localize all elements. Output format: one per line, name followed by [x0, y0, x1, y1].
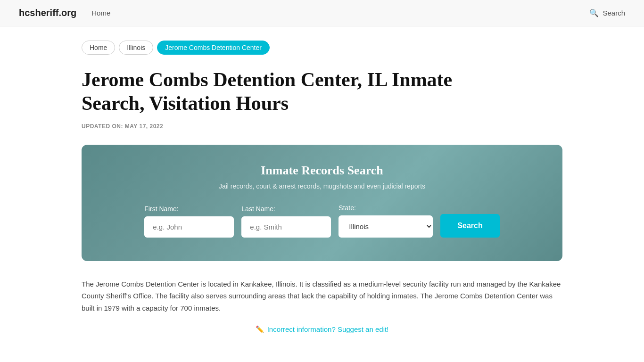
page-title: Jerome Combs Detention Center, IL Inmate…: [82, 68, 506, 115]
nav-bar: hcsheriff.org Home 🔍 Search: [0, 0, 644, 26]
pencil-icon: ✏️: [256, 325, 264, 333]
suggest-link-container: ✏️Incorrect information? Suggest an edit…: [82, 325, 562, 334]
first-name-label: First Name:: [144, 205, 234, 213]
last-name-input[interactable]: [241, 216, 331, 238]
state-group: State: Illinois Indiana Iowa: [339, 204, 433, 238]
search-widget-title: Inmate Records Search: [110, 164, 534, 178]
main-content: Home Illinois Jerome Combs Detention Cen…: [63, 26, 581, 348]
breadcrumb: Home Illinois Jerome Combs Detention Cen…: [82, 41, 562, 55]
nav-home-link[interactable]: Home: [91, 9, 110, 17]
breadcrumb-current[interactable]: Jerome Combs Detention Center: [157, 41, 270, 55]
last-name-label: Last Name:: [241, 205, 331, 213]
suggest-edit-link[interactable]: ✏️Incorrect information? Suggest an edit…: [256, 325, 389, 333]
site-logo[interactable]: hcsheriff.org: [19, 8, 76, 18]
state-label: State:: [339, 204, 433, 212]
search-button[interactable]: Search: [440, 214, 499, 238]
updated-label: UPDATED ON: MAY 17, 2022: [82, 123, 562, 130]
nav-search-button[interactable]: 🔍 Search: [589, 8, 625, 17]
search-icon: 🔍: [589, 8, 599, 17]
first-name-input[interactable]: [144, 216, 234, 238]
breadcrumb-illinois[interactable]: Illinois: [119, 41, 153, 55]
search-widget-subtitle: Jail records, court & arrest records, mu…: [110, 182, 534, 190]
nav-search-label: Search: [603, 9, 625, 17]
state-select[interactable]: Illinois Indiana Iowa: [339, 215, 433, 238]
first-name-group: First Name:: [144, 205, 234, 238]
last-name-group: Last Name:: [241, 205, 331, 238]
nav-left: hcsheriff.org Home: [19, 8, 110, 18]
breadcrumb-home[interactable]: Home: [82, 41, 115, 55]
search-widget: Inmate Records Search Jail records, cour…: [82, 145, 562, 261]
search-form: First Name: Last Name: State: Illinois I…: [110, 204, 534, 238]
description-text: The Jerome Combs Detention Center is loc…: [82, 278, 562, 314]
